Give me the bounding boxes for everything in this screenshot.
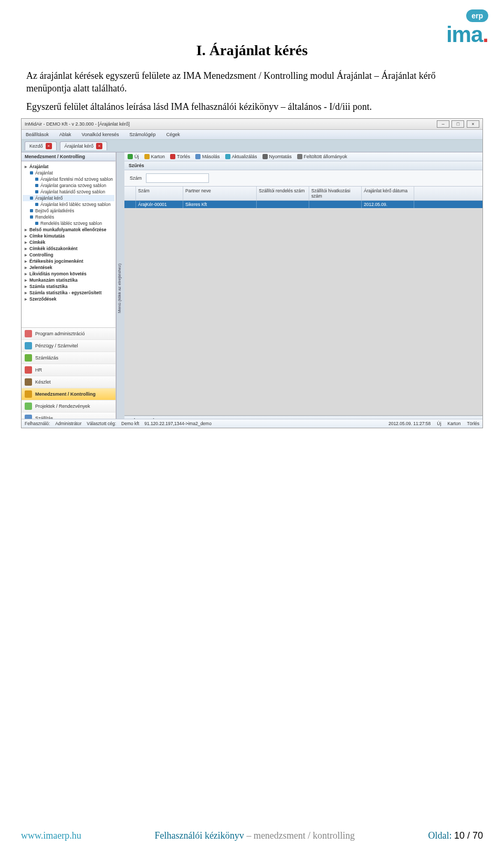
toolbar-icon xyxy=(195,154,201,159)
expand-icon: ▸ xyxy=(25,296,27,302)
toolbar-button[interactable]: Másolás xyxy=(195,154,220,159)
tree-item[interactable]: ▸Címke kimutatás xyxy=(23,233,114,239)
tree-item-label: Árajánlat xyxy=(35,170,53,176)
module-item[interactable]: HR xyxy=(22,364,116,376)
tree-item-label: Árajánlat kérő xyxy=(35,195,62,201)
grid-col-hivatkozas[interactable]: Szállítói hivatkozási szám xyxy=(309,187,362,200)
tree-item[interactable]: ▸Árajánlat xyxy=(23,163,114,170)
filter-szam-input[interactable] xyxy=(146,173,209,183)
status-btn-uj[interactable]: Új xyxy=(437,421,441,426)
maximize-button[interactable]: □ xyxy=(452,120,464,128)
module-icon xyxy=(25,342,32,349)
menu-cegek[interactable]: Cégek xyxy=(164,131,182,138)
module-label: Pénzügy / Számvitel xyxy=(35,343,78,348)
module-item[interactable]: Program adminisztráció xyxy=(22,328,116,340)
tree-item[interactable]: ▸Számla statisztika - egyszerűsített xyxy=(23,290,114,296)
toolbar-button[interactable]: Karton xyxy=(144,154,165,159)
toolbar-icon xyxy=(262,154,268,159)
tab-arajanlat-kero[interactable]: Árajánlat kérő× xyxy=(60,141,108,150)
grid-row[interactable]: ÁrajKér-00001 Sikeres Kft 2012.05.09. xyxy=(124,201,482,208)
toolbar-button[interactable]: Aktualizálás xyxy=(225,154,257,159)
tree-item-label: Árajánlat határidő szöveg sablon xyxy=(40,189,105,194)
module-item[interactable]: Számlázás xyxy=(22,352,116,364)
toolbar-icon xyxy=(128,154,133,159)
close-icon[interactable]: × xyxy=(96,143,102,149)
document-tabs: Kezdő× Árajánlat kérő× xyxy=(22,140,482,152)
tree-item[interactable]: ▸Számla statisztika xyxy=(23,283,114,290)
minimize-button[interactable]: – xyxy=(437,120,449,128)
tree-item[interactable]: Bejövő ajánlatkérés xyxy=(23,208,114,214)
tree-item[interactable]: ▸Controlling xyxy=(23,252,114,258)
toolbar-button[interactable]: Nyomtatás xyxy=(262,154,292,159)
tree-item[interactable]: Árajánlat fizetési mód szöveg sablon xyxy=(23,176,114,182)
module-icon xyxy=(25,354,32,362)
toolbar-button[interactable]: Törlés xyxy=(170,154,190,159)
menu-beallitasok[interactable]: Beállítások xyxy=(24,131,51,138)
footer-center: Felhasználói kézikönyv – menedzsment / k… xyxy=(154,830,354,841)
nav-tree: ▸ÁrajánlatÁrajánlatÁrajánlat fizetési mó… xyxy=(22,161,116,304)
page-title: I. Árajánlat kérés xyxy=(21,42,483,59)
tree-item[interactable]: Árajánlat kérő xyxy=(23,195,114,201)
toolbar-icon xyxy=(225,154,230,159)
module-label: Menedzsment / Kontrolling xyxy=(35,391,96,397)
tree-item[interactable]: ▸Munkaszám statisztika xyxy=(23,277,114,283)
menu-vonalkod[interactable]: Vonalkód keresés xyxy=(80,131,121,138)
toolbar-label: Karton xyxy=(151,154,165,159)
status-time: 2012.05.09. 11:27:58 xyxy=(388,421,430,426)
tree-item-label: Árajánlat xyxy=(29,164,48,169)
module-icon xyxy=(25,403,32,410)
toolbar-button[interactable]: Feltöltött állományok xyxy=(297,154,348,159)
grid-col-partner[interactable]: Partner neve xyxy=(183,187,257,200)
bullet-icon xyxy=(35,190,38,193)
close-button[interactable]: × xyxy=(467,120,479,128)
paragraph-2: Egyszerű felület általános leírása lásd … xyxy=(26,100,478,113)
status-btn-torles[interactable]: Törlés xyxy=(467,421,479,426)
status-user-label: Felhasználó: xyxy=(25,421,50,426)
status-user: Administrátor xyxy=(55,421,81,426)
module-item[interactable]: Menedzsment / Kontrolling xyxy=(22,388,116,400)
tree-item[interactable]: ▸Címkék időszakonként xyxy=(23,245,114,252)
bullet-icon xyxy=(35,184,38,187)
menu-ablak[interactable]: Ablak xyxy=(57,131,74,138)
tree-item-label: Árajánlat kérő lábléc szöveg sablon xyxy=(40,202,111,207)
module-item[interactable]: Pénzügy / Számvitel xyxy=(22,340,116,352)
toolbar-icon xyxy=(144,154,150,159)
toolbar-button[interactable]: Új xyxy=(128,154,139,159)
module-label: HR xyxy=(35,367,42,373)
tree-item[interactable]: ▸Likviditás nyomon követés xyxy=(23,271,114,277)
tree-item[interactable]: Árajánlat kérő lábléc szöveg sablon xyxy=(23,201,114,208)
app-screenshot: InMidAir - DEMO Kft - v 2.30.000 - [Áraj… xyxy=(21,118,483,428)
module-item[interactable]: Készlet xyxy=(22,376,116,388)
tree-item-label: Bejövő ajánlatkérés xyxy=(35,208,74,213)
module-label: Számlázás xyxy=(35,355,58,360)
filter-heading[interactable]: Szűrés xyxy=(124,161,482,170)
toolbar-label: Törlés xyxy=(177,154,190,159)
tree-item[interactable]: Árajánlat határidő szöveg sablon xyxy=(23,189,114,195)
grid-col-szam[interactable]: Szám xyxy=(136,187,183,200)
tree-item-label: Munkaszám statisztika xyxy=(29,277,78,283)
grid-col-select[interactable] xyxy=(124,187,136,200)
expand-icon: ▸ xyxy=(25,265,27,270)
menu-toggle-tab[interactable]: Menü (klikk az elrejtéshez) xyxy=(116,152,124,425)
tree-item[interactable]: ▸Címkék xyxy=(23,239,114,245)
module-item[interactable]: Projektek / Rendezvények xyxy=(22,400,116,412)
window-titlebar: InMidAir - DEMO Kft - v 2.30.000 - [Áraj… xyxy=(22,119,482,130)
tree-item[interactable]: Árajánlat garancia szöveg sablon xyxy=(23,182,114,189)
bullet-icon xyxy=(30,197,33,200)
grid-col-datum[interactable]: Árajánlat kérő dátuma xyxy=(362,187,414,200)
toolbar-label: Másolás xyxy=(202,154,220,159)
tree-item[interactable]: ▸Szerződések xyxy=(23,296,114,302)
toolbar-label: Aktualizálás xyxy=(232,154,257,159)
menu-szamologep[interactable]: Számológép xyxy=(128,131,158,138)
status-btn-karton[interactable]: Karton xyxy=(447,421,460,426)
tree-item[interactable]: ▸Belső munkafolyamatok ellenőrzése xyxy=(23,226,114,233)
tree-item[interactable]: Rendelés xyxy=(23,214,114,220)
paragraph-1: Az árajánlat kérések egyszerű felülete a… xyxy=(26,69,478,95)
grid-col-rendeles[interactable]: Szállítói rendelés szám xyxy=(257,187,309,200)
tree-item[interactable]: ▸Jelentések xyxy=(23,264,114,271)
tree-item[interactable]: Rendelés lábléc szöveg sablon xyxy=(23,220,114,226)
tab-kezdo[interactable]: Kezdő× xyxy=(25,141,57,150)
close-icon[interactable]: × xyxy=(46,143,52,149)
tree-item[interactable]: ▸Értékesítés jogcímenként xyxy=(23,258,114,264)
tree-item[interactable]: Árajánlat xyxy=(23,170,114,176)
